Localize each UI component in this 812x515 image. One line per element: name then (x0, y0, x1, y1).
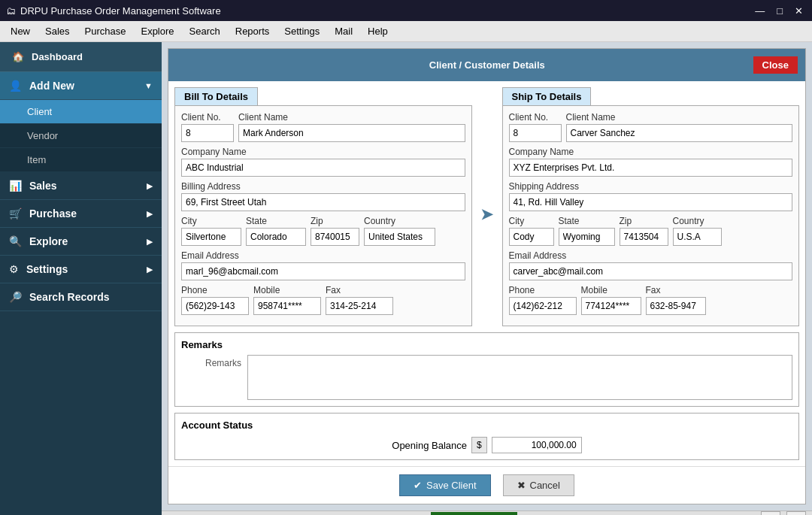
bill-fax-input[interactable] (326, 297, 393, 315)
explore-chevron: ▶ (147, 237, 153, 247)
ship-address-row: Shipping Address (509, 181, 793, 211)
sidebar-item-vendor[interactable]: Vendor (0, 124, 162, 148)
sidebar-item-search-records[interactable]: 🔎 Search Records (0, 283, 162, 311)
remarks-field-label: Remarks (181, 355, 241, 368)
ship-client-no-label: Client No. (509, 112, 562, 123)
ship-email-input[interactable] (509, 262, 793, 280)
datadoctor-badge: DataDoctor.in (431, 512, 517, 515)
purchase-chevron: ▶ (147, 209, 153, 219)
cancel-button[interactable]: ✖ Cancel (503, 474, 574, 496)
ship-zip-group: Zip (620, 216, 668, 246)
ship-client-no-group: Client No. (509, 112, 562, 142)
menu-new[interactable]: New (3, 23, 38, 40)
sidebar-item-settings[interactable]: ⚙ Settings ▶ (0, 256, 162, 283)
menu-explore[interactable]: Explore (133, 23, 181, 40)
menu-reports[interactable]: Reports (228, 23, 277, 40)
sidebar-item-add-new[interactable]: 👤 Add New ▼ (0, 72, 162, 100)
bill-mobile-group: Mobile (253, 285, 321, 315)
ship-phone-group: Phone (509, 285, 577, 315)
cancel-icon: ✖ (517, 480, 526, 491)
menu-purchase[interactable]: Purchase (77, 23, 134, 40)
ship-to-tab[interactable]: Ship To Details (502, 87, 592, 105)
bill-phone-input[interactable] (181, 297, 249, 315)
bill-email-row: Email Address (181, 250, 465, 280)
bill-client-name-input[interactable] (238, 124, 465, 142)
menu-settings[interactable]: Settings (277, 23, 327, 40)
minimize-button[interactable]: — (752, 5, 768, 17)
bill-country-input[interactable] (364, 228, 435, 246)
ship-company-input[interactable] (509, 159, 793, 177)
bill-address-input[interactable] (181, 193, 465, 211)
app-icon: 🗂 (6, 5, 16, 17)
bill-client-no-input[interactable] (181, 124, 234, 142)
purchase-label: Purchase (29, 208, 77, 220)
remarks-section-label: Remarks (181, 339, 792, 350)
ship-client-name-input[interactable] (566, 124, 793, 142)
bill-address-group: Billing Address (181, 181, 465, 211)
purchase-icon: 🛒 (9, 208, 22, 220)
dashboard-label: Dashboard (32, 51, 83, 62)
ship-client-no-input[interactable] (509, 124, 562, 142)
bill-zip-input[interactable] (311, 228, 359, 246)
ship-mobile-input[interactable] (581, 297, 641, 315)
close-window-button[interactable]: ✕ (792, 5, 806, 17)
sidebar-item-item[interactable]: Item (0, 148, 162, 172)
ship-state-input[interactable] (559, 228, 615, 246)
sidebar-item-purchase[interactable]: 🛒 Purchase ▶ (0, 200, 162, 228)
ship-zip-input[interactable] (620, 228, 668, 246)
bill-state-input[interactable] (246, 228, 306, 246)
bill-fax-label: Fax (326, 285, 393, 295)
print-button[interactable]: 🖨 (761, 511, 780, 515)
bill-city-label: City (181, 216, 241, 226)
bill-email-input[interactable] (181, 262, 465, 280)
close-button[interactable]: Close (753, 56, 798, 74)
menu-mail[interactable]: Mail (327, 23, 360, 40)
settings-chevron: ▶ (147, 265, 153, 274)
ship-address-input[interactable] (509, 193, 793, 211)
title-bar: 🗂 DRPU Purchase Order Management Softwar… (0, 0, 812, 21)
add-new-label: Add New (29, 80, 74, 92)
sidebar-item-client[interactable]: Client (0, 100, 162, 124)
content-area: Client / Customer Details Close Bill To … (162, 42, 812, 515)
ship-location-row: City State Zip (509, 216, 793, 246)
bill-mobile-input[interactable] (253, 297, 321, 315)
bill-company-input[interactable] (181, 159, 465, 177)
sidebar-item-sales[interactable]: 📊 Sales ▶ (0, 172, 162, 200)
save-client-button[interactable]: ✔ Save Client (399, 474, 490, 496)
explore-label: Explore (29, 235, 68, 247)
ship-fax-input[interactable] (646, 297, 706, 315)
bill-phone-row: Phone Mobile Fax (181, 285, 465, 315)
app-title: DRPU Purchase Order Management Software (20, 5, 221, 17)
ship-phone-input[interactable] (509, 297, 577, 315)
ship-fax-group: Fax (646, 285, 706, 315)
sidebar-item-explore[interactable]: 🔍 Explore ▶ (0, 228, 162, 256)
settings-icon: ⚙ (9, 263, 19, 275)
ship-email-group: Email Address (509, 250, 793, 280)
opening-balance-input[interactable] (492, 437, 582, 453)
bill-location-row: City State Zip (181, 216, 465, 246)
ship-fax-label: Fax (646, 285, 706, 295)
bill-to-section: Client No. Client Name Comp (174, 105, 472, 326)
bill-fax-group: Fax (326, 285, 393, 315)
bill-phone-group: Phone (181, 285, 249, 315)
menu-search[interactable]: Search (182, 23, 228, 40)
search-records-icon: 🔎 (9, 291, 22, 303)
form-container: Client / Customer Details Close Bill To … (168, 48, 806, 504)
remarks-textarea[interactable] (247, 355, 792, 400)
bill-to-tab[interactable]: Bill To Details (174, 87, 258, 105)
sidebar-dashboard[interactable]: 🏠 Dashboard (0, 42, 162, 72)
save-icon: ✔ (414, 480, 422, 491)
bill-address-label: Billing Address (181, 181, 465, 192)
bill-city-input[interactable] (181, 228, 241, 246)
ship-city-input[interactable] (509, 228, 554, 246)
ship-to-column: Ship To Details Client No. Client Name (502, 87, 800, 326)
explore-icon: 🔍 (9, 235, 22, 247)
bill-email-group: Email Address (181, 250, 465, 280)
account-row: Opening Balance $ (181, 437, 792, 453)
ship-country-input[interactable] (673, 228, 722, 246)
maximize-button[interactable]: □ (774, 5, 786, 17)
help-button[interactable]: ? (786, 511, 806, 515)
remarks-section: Remarks Remarks (174, 332, 799, 407)
menu-help[interactable]: Help (360, 23, 395, 40)
menu-sales[interactable]: Sales (38, 23, 77, 40)
